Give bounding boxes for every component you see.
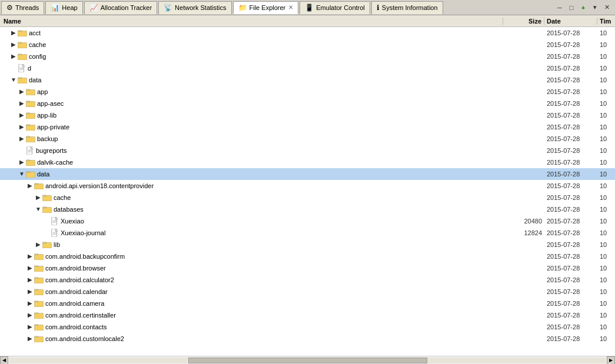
tree-row[interactable]: ▼ data2015-07-2810 [0,168,615,180]
tree-item-name: app-lib [37,112,56,119]
svg-rect-2 [18,55,26,60]
tab-heap[interactable]: 📊Heap [45,1,82,14]
file-tree[interactable]: ▶ acct2015-07-2810▶ cache2015-07-2810▶ c… [0,27,615,356]
tree-expander[interactable]: ▶ [18,88,26,96]
tree-row-date: 2015-07-28 [544,135,597,142]
tree-expander[interactable]: ▶ [18,158,26,166]
scroll-left-btn[interactable]: ◀ [0,356,8,365]
tree-expander[interactable]: ▶ [18,111,26,119]
tab-threads[interactable]: ⚙Threads [1,1,44,14]
tab-allocation[interactable]: 📈Allocation Tracker [84,1,157,14]
tree-row-time: 10 [597,323,615,330]
svg-rect-35 [34,302,43,307]
tab-file-explorer[interactable]: 📁File Explorer✕ [233,1,299,14]
tree-row-name-cell: ▶ config [0,52,503,61]
tree-expander[interactable]: ▶ [9,52,18,61]
tree-row[interactable]: ▶ app-private2015-07-2810 [0,121,615,133]
tree-item-name: app [37,88,48,95]
tree-row[interactable]: ▶ android.api.version18.contentprovider2… [0,180,615,192]
dropdown-btn[interactable]: ▾ [590,3,600,12]
tree-expander[interactable]: ▶ [26,252,34,261]
maximize-btn[interactable]: □ [567,3,576,12]
tree-expander[interactable]: ▶ [26,323,34,331]
folder-icon [34,323,44,330]
tree-row[interactable]: Xuexiao-journal128242015-07-2810 [0,227,615,239]
folder-icon [26,112,35,119]
tree-item-name: lib [54,241,60,248]
tree-row[interactable]: ▶ cache2015-07-2810 [0,192,615,203]
tree-expander[interactable]: ▶ [26,264,34,272]
tree-row[interactable]: d2015-07-2810 [0,62,615,74]
tree-row[interactable]: ▶ config2015-07-2810 [0,51,615,62]
folder-icon [26,135,35,142]
horizontal-scrollbar[interactable]: ◀ ▶ [0,356,615,364]
tree-row[interactable]: ▼ data2015-07-2810 [0,74,615,86]
tree-expander[interactable]: ▶ [9,41,18,49]
tree-row-date: 2015-07-28 [544,229,597,236]
tree-expander[interactable] [9,64,18,72]
scrollbar-thumb[interactable] [188,358,427,363]
tree-row[interactable]: ▶ com.android.customlocale22015-07-2810 [0,333,615,345]
tree-row[interactable]: ▶ com.android.contacts2015-07-2810 [0,321,615,333]
tree-row[interactable]: ▶ lib2015-07-2810 [0,239,615,251]
tree-expander[interactable]: ▼ [18,170,26,178]
tree-expander[interactable]: ▶ [26,288,34,296]
tree-row[interactable]: ▶ app2015-07-2810 [0,86,615,98]
tree-row[interactable]: ▶ com.android.certinstaller2015-07-2810 [0,309,615,321]
tree-row[interactable]: ▶ com.android.browser2015-07-2810 [0,262,615,274]
tree-row[interactable]: bugreports2015-07-2810 [0,145,615,156]
tab-network[interactable]: 📡Network Statistics [158,1,231,14]
tree-row[interactable]: ▶ cache2015-07-2810 [0,39,615,51]
tree-row-name-cell: ▶ app-private [0,123,503,131]
folder-icon [18,53,27,60]
tree-row-name-cell: ▶ cache [0,41,503,49]
tree-expander[interactable]: ▶ [26,182,34,190]
file-icon [51,217,59,225]
tree-item-name: com.android.camera [45,300,104,307]
tree-expander[interactable]: ▶ [18,135,26,143]
tree-expander[interactable]: ▶ [18,123,26,131]
scrollbar-track[interactable] [9,358,606,363]
tree-row-date: 2015-07-28 [544,53,597,60]
tab-system-info[interactable]: ℹSystem Information [371,1,443,14]
tree-row[interactable]: Xuexiao204802015-07-2810 [0,215,615,227]
minimize-btn[interactable]: ─ [555,3,564,12]
tree-expander[interactable] [18,146,26,155]
tree-row[interactable]: ▶ com.android.calculator22015-07-2810 [0,274,615,286]
svg-rect-21 [42,208,51,213]
tree-item-name: com.android.calculator2 [45,276,114,283]
close-btn[interactable]: ✕ [602,3,611,12]
tree-item-name: Xuexiao [61,218,84,225]
tree-row[interactable]: ▶ dalvik-cache2015-07-2810 [0,156,615,168]
tree-row[interactable]: ▶ app-lib2015-07-2810 [0,109,615,121]
scroll-right-btn[interactable]: ▶ [607,356,615,365]
svg-rect-9 [26,102,35,107]
tree-row[interactable]: ▼ databases2015-07-2810 [0,203,615,215]
tree-expander[interactable]: ▶ [9,29,18,37]
tree-expander[interactable]: ▶ [26,299,34,308]
tree-expander[interactable]: ▼ [9,76,18,84]
add-btn[interactable]: + [579,3,588,12]
tree-expander[interactable] [42,217,51,225]
file-explorer-tab-close[interactable]: ✕ [288,4,293,11]
tree-expander[interactable]: ▶ [18,99,26,108]
folder-icon [42,194,52,201]
tree-row[interactable]: ▶ com.android.calendar2015-07-2810 [0,286,615,298]
tree-row[interactable]: ▶ backup2015-07-2810 [0,133,615,145]
svg-rect-38 [34,337,43,342]
tree-expander[interactable]: ▶ [26,335,34,343]
tree-expander[interactable] [42,229,51,237]
tree-row-date: 2015-07-28 [544,323,597,330]
file-icon [18,64,26,72]
tab-emulator[interactable]: 📱Emulator Control [300,1,370,14]
tree-expander[interactable]: ▶ [34,241,42,249]
tree-expander[interactable]: ▼ [34,205,42,213]
tree-row[interactable]: ▶ com.android.camera2015-07-2810 [0,298,615,309]
tree-row[interactable]: ▶ app-asec2015-07-2810 [0,98,615,109]
tree-expander[interactable]: ▶ [26,276,34,284]
file-explorer-tab-icon: 📁 [238,4,247,12]
tree-expander[interactable]: ▶ [26,311,34,319]
tree-row[interactable]: ▶ com.android.backupconfirm2015-07-2810 [0,251,615,262]
tree-expander[interactable]: ▶ [34,193,42,202]
tree-row[interactable]: ▶ acct2015-07-2810 [0,27,615,39]
